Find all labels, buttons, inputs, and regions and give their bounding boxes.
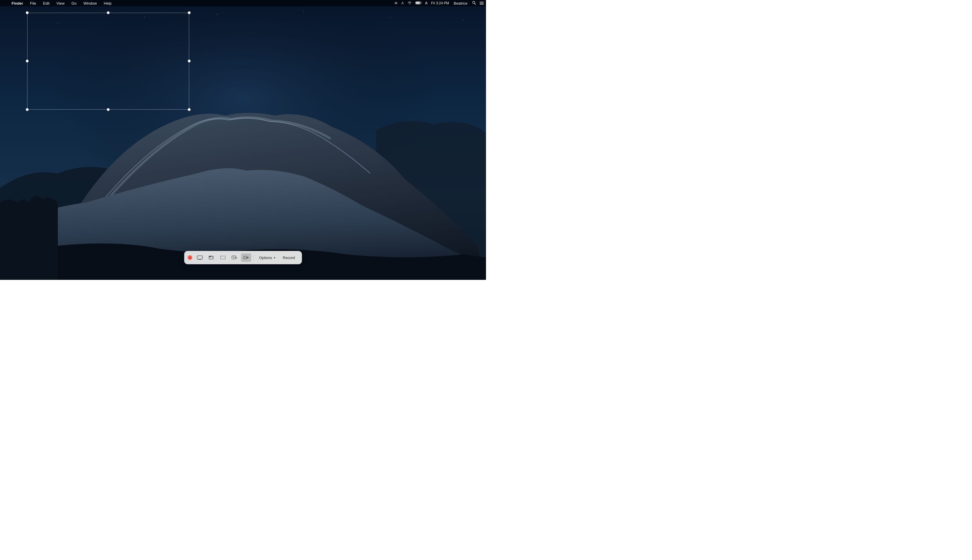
toolbar-separator <box>254 255 254 260</box>
selection-icon <box>220 255 226 260</box>
record-selection-icon <box>243 255 249 260</box>
window-icon <box>209 255 214 260</box>
svg-point-3 <box>101 34 102 35</box>
svg-point-27 <box>209 256 210 257</box>
svg-rect-32 <box>243 256 247 259</box>
eye-icon[interactable]: 👁 <box>394 1 398 5</box>
record-selection-button[interactable] <box>241 253 251 262</box>
capture-entire-screen-button[interactable] <box>195 253 205 262</box>
svg-rect-29 <box>220 256 225 259</box>
close-button[interactable] <box>188 255 192 260</box>
svg-point-10 <box>390 17 391 18</box>
handle-top-right[interactable] <box>188 11 190 14</box>
menubar-app-name[interactable]: Finder <box>10 1 24 6</box>
svg-point-7 <box>260 23 261 23</box>
capture-window-button[interactable] <box>206 253 217 262</box>
handle-bottom-left[interactable] <box>26 108 28 111</box>
svg-point-31 <box>233 257 234 258</box>
menubar-left: Finder File Edit View Go Window Help <box>2 1 394 6</box>
monitor-icon <box>197 255 203 260</box>
record-screen-icon <box>232 255 237 260</box>
menubar-help[interactable]: Help <box>103 1 113 6</box>
capture-selection-button[interactable] <box>218 253 228 262</box>
handle-mid-right[interactable] <box>188 60 190 62</box>
svg-point-13 <box>87 58 87 58</box>
svg-point-20 <box>55 87 55 87</box>
svg-point-17 <box>318 46 319 47</box>
menubar-window[interactable]: Window <box>82 1 98 6</box>
svg-point-2 <box>58 23 58 23</box>
menubar-user[interactable]: Beatrice <box>453 1 469 6</box>
menubar-file[interactable]: File <box>29 1 37 6</box>
handle-bottom-center[interactable] <box>107 108 110 111</box>
svg-point-12 <box>463 20 463 20</box>
options-label: Options <box>259 255 272 260</box>
svg-point-8 <box>304 11 304 12</box>
menubar-clock[interactable]: Fri 3:24 PM <box>431 1 449 5</box>
battery-icon[interactable] <box>416 1 422 5</box>
svg-point-28 <box>210 256 210 257</box>
handle-top-left[interactable] <box>26 11 28 14</box>
options-chevron-icon: ▾ <box>274 256 275 259</box>
search-icon[interactable] <box>472 1 476 6</box>
svg-point-11 <box>434 32 434 32</box>
screen-recording-toolbar: Options ▾ Record <box>184 251 302 264</box>
record-entire-screen-button[interactable] <box>229 253 240 262</box>
svg-point-24 <box>473 1 475 3</box>
svg-rect-23 <box>416 2 420 4</box>
menubar: Finder File Edit View Go Window Help 👁 A <box>0 0 486 7</box>
svg-point-9 <box>347 26 347 26</box>
svg-point-4 <box>144 17 145 18</box>
svg-point-6 <box>217 14 217 15</box>
wifi-icon[interactable] <box>408 1 412 5</box>
desktop-background <box>0 0 486 280</box>
handle-bottom-right[interactable] <box>188 108 190 111</box>
record-button[interactable]: Record <box>279 254 298 261</box>
handle-top-center[interactable] <box>107 11 110 14</box>
list-icon[interactable] <box>479 1 484 5</box>
script-icon[interactable]: A <box>401 1 404 5</box>
svg-point-19 <box>419 55 420 55</box>
menubar-view[interactable]: View <box>55 1 66 6</box>
font-a-icon[interactable]: A <box>425 1 428 5</box>
handle-mid-left[interactable] <box>26 60 28 62</box>
svg-point-15 <box>179 43 180 44</box>
apple-menu[interactable] <box>2 3 5 4</box>
menubar-edit[interactable]: Edit <box>42 1 51 6</box>
options-button[interactable]: Options ▾ <box>256 254 278 261</box>
desktop: Finder File Edit View Go Window Help 👁 A <box>0 0 486 280</box>
svg-rect-25 <box>197 256 202 259</box>
svg-point-5 <box>188 28 188 29</box>
menubar-go[interactable]: Go <box>70 1 77 6</box>
menubar-right: 👁 A A Fri 3:24 PM Beatrice <box>394 1 484 6</box>
